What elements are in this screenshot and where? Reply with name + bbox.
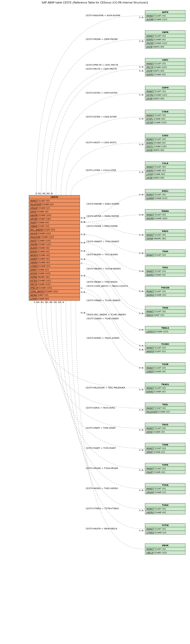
edge-label: 0..N [81, 217, 85, 219]
edge-label: CEST0-MEINH = T006-MSEHI [87, 281, 117, 283]
table-row: KSTAR [CHAR (10)] [29, 272, 80, 275]
table-row: GSBER [CHAR (4)] [29, 257, 80, 261]
table-row: KNDNR [CHAR (10)] [29, 214, 80, 217]
edge-label: CEST0-COPA_AWSYS = TBDLS-LOGSYS [87, 285, 128, 287]
table-row: AUFNR [CHAR (12)] [145, 18, 185, 21]
table-header: PRPS [145, 230, 185, 233]
table-row: DATBI [DATS (8)] [145, 45, 185, 48]
edge-label: 0..N [139, 489, 143, 492]
table-row: VERSI [CHAR (3)] [145, 430, 185, 434]
table-T001: T001MANDT [CLNT (3)]BUKRS [CHAR (4)] [145, 266, 186, 277]
edge-label: 0..N [81, 250, 85, 252]
edge-label: CEST0-PALEDGER = TKEL-PALEDGER [86, 386, 125, 389]
edge-label: CEST0-KSTRG = CKPH-KSTRG [86, 92, 118, 94]
table-header: MARA [145, 210, 185, 213]
edge-label: 0..N [139, 408, 143, 411]
table-T006: T006MANDT [CLNT (3)]MSEHI [UNIT (3)] [145, 306, 186, 317]
table-CSKA: CSKAMANDT [CLNT (3)]KTOPL [CHAR (4)]KSTA… [145, 110, 186, 124]
table-row: VKORG [CHAR (4)] [29, 261, 80, 264]
table-TVGA: TVGAMANDT [CLNT (3)]VRGAR [CHAR (1)] [145, 483, 186, 494]
edge-label: 0..N [139, 252, 143, 254]
edge-label: 0..N [139, 94, 143, 96]
table-row: VRGAR [CHAR (1)] [29, 206, 80, 210]
table-T001W: T001WMANDT [CLNT (3)]WERKS [CHAR (4)] [145, 286, 186, 297]
table-row: MANDT [CLNT (3)] [145, 270, 185, 273]
table-row: BUKRS [CHAR (4)] [145, 273, 185, 276]
table-CEST0: CEST0MANDT [CLNT (3)]PALEDGER [CHAR (2)]… [29, 195, 80, 301]
table-row: PRZNR [CHAR (12)] [145, 42, 185, 45]
edge-label: CEST0-KOKRS = TKA01-KOKRS [87, 337, 120, 339]
table-row: KUNNR [CHAR (10)] [145, 196, 185, 200]
table-PRPS: PRPSMANDT [CLNT (3)]PSPNR [NUMC (8)] [145, 229, 186, 240]
table-row: FRWAE [CUKY (5)] [29, 224, 80, 228]
edge-label: 0..N [139, 367, 143, 369]
edge-label: CEST0-VERSI = TKVS-VERSI [86, 406, 115, 409]
table-VBUK: VBUKMANDT [CLNT (3)]VBELN [CHAR (10)] [145, 544, 186, 554]
edge-label: 1 [81, 262, 82, 264]
table-MARA: MARAMANDT [CLNT (3)]MATNR [CHAR (18)] [145, 209, 186, 220]
table-header: CSKS [145, 134, 185, 138]
table-header: T006 [145, 306, 185, 310]
cardinality-cluster-top: 0..N1..N0..N0..N [35, 192, 53, 195]
table-row: RKAUFNR [CHAR (12)] [29, 235, 80, 239]
edge-label: CEST0-KNDNR = KNA1-KUNNR [87, 202, 119, 205]
table-header: TVFK [145, 463, 185, 467]
table-header: TBDLS [145, 326, 185, 330]
table-row: VTWEG [CHAR (2)] [145, 531, 185, 534]
table-row: COPA_AWSYS [CHAR (10)] [29, 290, 80, 293]
table-row: DATBI [DATS (8)] [145, 69, 185, 73]
edge-label: CEST0-SKOST = CSKS-KOSTL [86, 141, 117, 144]
edge-label: 0..N [81, 312, 85, 314]
table-row: PPRCTR [CHAR (10)] [29, 286, 80, 290]
table-row: PALEDGER [CHAR (2)] [145, 410, 185, 414]
table-row: SKOST [CHAR (10)] [29, 239, 80, 242]
edge-label: CEST0-PSPNR = PRPS-PSPNR [87, 225, 118, 227]
table-TBDLS: TBDLSLOGSYS [CHAR (10)] [145, 326, 186, 334]
edge-label: CEST0-FRWAE = TCURC-WAERS [87, 299, 120, 302]
page-title: SAP ABAP table CEST0 {Reference Table fo… [0, 1, 190, 4]
edge-label: 0..N [139, 16, 143, 19]
table-header: CBPR [145, 30, 185, 34]
edge-label: CEST0-RKAUFNR = AUFK-AUFNR [86, 14, 120, 17]
table-header: T001 [145, 266, 185, 270]
table-row: MANDT [CLNT (3)] [145, 138, 185, 141]
table-row: ARTNR [CHAR (18)] [29, 217, 80, 221]
table-row: LSTAR [CHAR (6)] [145, 172, 185, 176]
table-row: MANDT [CLNT (3)] [145, 487, 185, 490]
table-header: TKA01 [145, 383, 185, 386]
table-CEPC: CEPCMANDT [CLNT (3)]PRCTR [CHAR (10)]DAT… [145, 58, 186, 76]
table-row: DATBI [DATS (8)] [145, 148, 185, 152]
table-row: DATBI [DATS (8)] [145, 176, 185, 180]
edge-label: 0..N [139, 429, 143, 431]
edge-label: CEST0-LSTAR = CSLA-LSTAR [86, 169, 116, 172]
table-TCURC: TCURCMANDT [CLNT (3)]WAERS [CUKY (5)] [145, 342, 186, 353]
table-row: MATNR [CHAR (18)] [145, 217, 185, 220]
table-row: MANDT [CLNT (3)] [145, 34, 185, 38]
table-row: MANDT [CLNT (3)] [145, 62, 185, 66]
table-row: VERSI [CHAR (3)] [29, 210, 80, 214]
table-T000: T000MANDT [CLNT (3)] [145, 250, 186, 257]
table-header: CSKA [145, 110, 185, 114]
edge-label: CEST0-BUKRS = T001-BUKRS [87, 253, 118, 256]
table-header: KNA1 [145, 189, 185, 193]
table-TVTW: TVTWMANDT [CLNT (3)]VTWEG [CHAR (2)] [145, 524, 186, 534]
table-row: KOSTL [CHAR (10)] [145, 145, 185, 148]
edge-label: 0..N [139, 469, 143, 472]
edge-label: CEST0-PPRCTR = CEPC-PRCTR [86, 64, 118, 66]
table-row: MANDT [CLNT (3)] [145, 165, 185, 169]
table-row: MANDT [CLNT (3)] [145, 14, 185, 18]
edge-label: CEST0-ARTNR = MARA-MATNR [87, 215, 119, 217]
table-row: PRCTR [CHAR (10)] [29, 282, 80, 286]
table-row: MANDT [CLNT (3)] [145, 507, 185, 511]
table-row: LSTAR [CHAR (6)] [29, 297, 80, 300]
edge-label: 0..N [81, 274, 85, 277]
edge-label: CEST0-GSBER = TGSB-GSBER [87, 317, 119, 320]
table-row: SPART [CHAR (2)] [29, 268, 80, 272]
edge-label: CEST0-VKORG = TVKO-VKORG [86, 487, 118, 490]
edge-label: 0..N [139, 70, 143, 72]
table-row: MANDT [CLNT (3)] [145, 346, 185, 350]
edge-label: 0..N [81, 242, 85, 244]
table-row: KSTRG [CHAR (12)] [29, 279, 80, 282]
edge-label: 0..N [139, 143, 143, 146]
table-CSLA: CSLAMANDT [CLNT (3)]KOKRS [CHAR (4)]LSTA… [145, 161, 186, 180]
